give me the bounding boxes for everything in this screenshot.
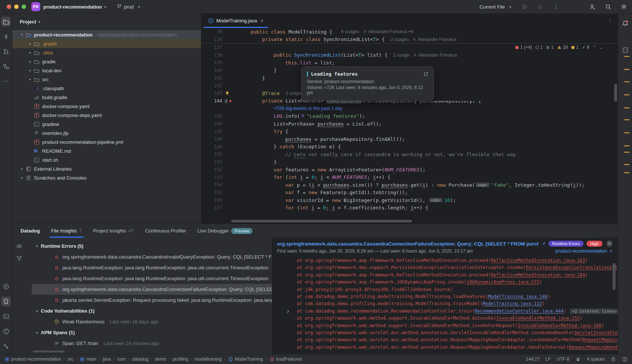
tree-item-scratches-and-consoles[interactable]: ▸Scratches and Consoles xyxy=(12,173,201,182)
close-window-button[interactable] xyxy=(7,4,11,9)
inspection-ok[interactable]: ✓6 xyxy=(582,45,589,50)
tree-item-gradlew[interactable]: >_gradlew xyxy=(12,120,201,129)
status-inspections-widget[interactable] xyxy=(622,357,628,362)
tree-item--classpath[interactable]: .classpath xyxy=(12,84,201,93)
inspection-error[interactable]: 1 (+4) xyxy=(515,45,532,50)
error-stripe-mark[interactable] xyxy=(624,107,629,108)
frame-source-link[interactable]: ReflectiveMethodInvocation.java:184 xyxy=(491,272,585,278)
tree-item-docker-compose-deps-yaml[interactable]: Ydocker-compose-deps.yaml xyxy=(12,111,201,120)
editor-options-kebab-icon[interactable]: ⋮ xyxy=(608,18,613,23)
status-datadog-status[interactable] xyxy=(575,357,581,362)
tree-item-gradle[interactable]: ▸gradle xyxy=(12,57,201,66)
tool-stripe-terminal-icon[interactable] xyxy=(1,311,11,321)
tree-item-build-gradle[interactable]: build.gradle xyxy=(12,93,201,102)
error-title-link[interactable]: org.springframework.data.cassandra.Cassa… xyxy=(277,241,539,247)
tool-stripe-version-control-icon[interactable] xyxy=(1,341,11,351)
breadcrumb-loadfeatures[interactable]: mloadFeatures xyxy=(270,357,302,362)
tool-stripe-commit-icon[interactable] xyxy=(1,32,11,41)
status-file-encoding[interactable]: UTF-8 xyxy=(557,357,569,362)
insight-item[interactable]: org.springframework.data.cassandra.Cassa… xyxy=(32,284,272,295)
tree-item-src[interactable]: ▸src xyxy=(12,75,201,84)
error-stripe-mark[interactable] xyxy=(624,56,629,57)
tab-file-insights[interactable]: File Insights7 xyxy=(51,224,82,238)
project-panel-title[interactable]: Project xyxy=(20,19,36,25)
tab-modeltraining-java[interactable]: C ModelTraining.java × xyxy=(204,14,268,28)
group-header[interactable]: ▾Code Vulnerabilities (1) xyxy=(32,306,272,316)
more-vertical-icon[interactable]: ⋮ xyxy=(551,2,560,11)
maximize-window-button[interactable] xyxy=(22,4,26,9)
run-icon[interactable] xyxy=(520,2,529,11)
chevron-down-icon[interactable]: ▾ xyxy=(19,33,25,37)
inspection-warning2[interactable]: 1 xyxy=(571,45,579,50)
profiler-flame-icon[interactable] xyxy=(228,98,233,104)
error-stripe-mark[interactable] xyxy=(624,172,629,173)
inspections-widget[interactable]: 1 (+4)1≣1161✓6⌃⌄ xyxy=(515,45,603,50)
breadcrumb-datadog[interactable]: datadog xyxy=(132,357,148,362)
frame-source-link[interactable]: ServletInvocableHandlerMethod.java:117 xyxy=(574,330,618,335)
eye-icon[interactable] xyxy=(16,243,22,249)
tab-continuous-profiler[interactable]: Continuous Profiler xyxy=(145,224,186,238)
tool-stripe-project-folder-icon[interactable] xyxy=(1,17,11,26)
window-controls[interactable] xyxy=(7,4,26,9)
frame-source-link[interactable]: ModelTraining.java:148 xyxy=(488,294,547,299)
breadcrumb-modeltraining[interactable]: modeltraining xyxy=(195,357,221,362)
inspection-weak-warning[interactable]: 1 xyxy=(535,45,543,50)
author-hint[interactable]: Alexandre Fonseca +6 xyxy=(363,29,413,34)
frame-source-link[interactable]: RecommendationController.java:444 xyxy=(475,308,563,314)
breadcrumb-src[interactable]: src xyxy=(67,357,73,362)
usages-hint[interactable]: 1 usage xyxy=(393,53,409,58)
insight-item[interactable]: Weak RandomnessLast seen 16 days ago xyxy=(32,316,272,327)
add-user-icon[interactable] xyxy=(588,2,597,11)
insight-item[interactable]: jakarta.servlet.ServletException: Reques… xyxy=(32,295,272,306)
breadcrumb-com[interactable]: com xyxy=(117,357,126,362)
breadcrumb-product-recommendation[interactable]: product-recommendation xyxy=(4,357,61,362)
frame-source-link[interactable]: InvocableHandlerMethod.java:188 xyxy=(518,323,601,328)
internal-lines-badge[interactable]: <2 internal lines> xyxy=(570,308,618,314)
breadcrumb-profiling[interactable]: profiling xyxy=(173,357,188,362)
usages-hint[interactable]: 2 usages xyxy=(391,37,409,42)
error-stripe-mark[interactable] xyxy=(624,152,629,153)
chevron-down-icon[interactable]: ⌄ xyxy=(600,45,603,50)
breadcrumb-main[interactable]: main xyxy=(80,357,96,362)
tree-item-external-libraries[interactable]: ▸External Libraries xyxy=(12,164,201,173)
tool-stripe-more-icon[interactable]: ⋯ xyxy=(1,76,11,86)
author-hint[interactable]: Alexandre Fonseca xyxy=(412,37,456,42)
service-link[interactable]: product-recommendation ↗ xyxy=(556,248,613,254)
tree-item--gradle[interactable]: ▸.gradle xyxy=(12,39,201,48)
tree-item-product-recommendation[interactable]: ▾product-recommendation~/git/shopist/pro… xyxy=(12,30,201,39)
project-name-button[interactable]: product-recommendation xyxy=(43,4,102,10)
annotation-gutter-icon[interactable]: @ xyxy=(225,98,227,104)
chevron-up-icon[interactable]: ⌃ xyxy=(593,45,596,50)
status-caret-position[interactable]: 144:27 xyxy=(526,357,540,362)
tree-item-readme-md[interactable]: M↓README.md xyxy=(12,146,201,155)
inspection-warning[interactable]: 16 xyxy=(557,45,568,50)
tree-item-start-sh[interactable]: >_start.sh xyxy=(12,155,201,164)
filter-icon[interactable] xyxy=(16,255,22,262)
editor-vertical-scrollbar[interactable] xyxy=(614,84,617,102)
insight-item[interactable]: org.springframework.data.cassandra.Cassa… xyxy=(32,251,272,262)
status-file-writable[interactable] xyxy=(611,357,616,362)
frame-source-link[interactable]: ModelTraining.java:122 xyxy=(483,301,542,306)
settings-gear-icon[interactable] xyxy=(619,2,628,11)
external-link-icon[interactable]: ↗ xyxy=(542,241,545,246)
tree-item-overrides-jfp[interactable]: overrides.jfp xyxy=(12,129,201,137)
debug-icon[interactable] xyxy=(536,2,545,11)
error-stripe-mark[interactable] xyxy=(624,81,629,82)
run-configuration-selector[interactable]: Current File ▾ xyxy=(479,4,513,10)
tool-stripe-pull-requests-icon[interactable] xyxy=(1,47,11,56)
frame-source-link[interactable]: InvocableHandlerMethod.java:255 xyxy=(496,316,580,321)
usages-hint[interactable]: 1 usage xyxy=(286,91,302,96)
editor-horizontal-scrollbar[interactable] xyxy=(231,220,412,222)
frame-source-link[interactable]: RequestMappingHandlerAdapter.java:917 xyxy=(582,337,618,342)
detail-vertical-scrollbar[interactable] xyxy=(613,263,616,290)
insight-item[interactable]: Span: GET /trainLast seen 18 minutes ago xyxy=(32,338,272,349)
group-header[interactable]: ▾Runtime Errors (5) xyxy=(32,241,272,251)
status-indent-style[interactable]: 4 spaces xyxy=(587,357,605,362)
chevron-right-icon[interactable]: ▸ xyxy=(19,176,25,180)
tool-stripe-datadog-icon[interactable] xyxy=(1,297,11,306)
git-branch-button[interactable]: prod ▾ xyxy=(117,4,142,10)
tool-stripe-ai-assistant-icon[interactable] xyxy=(620,45,630,55)
inspection-grammar[interactable]: ≣1 xyxy=(546,45,554,50)
chevron-right-icon[interactable]: ▸ xyxy=(19,167,25,171)
tool-window-title[interactable]: Datadog xyxy=(21,228,40,234)
